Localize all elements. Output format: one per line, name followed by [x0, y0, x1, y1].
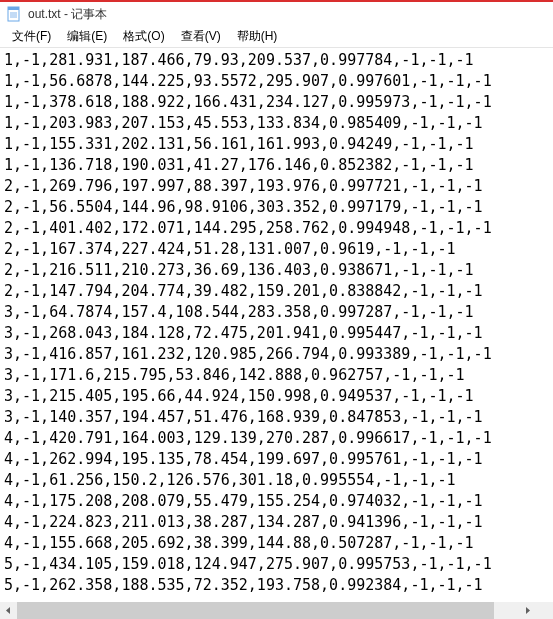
text-line: 4,-1,61.256,150.2,126.576,301.18,0.99555…: [4, 470, 549, 491]
scroll-track[interactable]: [17, 602, 519, 619]
text-line: 2,-1,401.402,172.071,144.295,258.762,0.9…: [4, 218, 549, 239]
menu-view[interactable]: 查看(V): [173, 26, 229, 47]
text-line: 2,-1,56.5504,144.96,98.9106,303.352,0.99…: [4, 197, 549, 218]
scroll-thumb[interactable]: [17, 602, 494, 619]
text-line: 5,-1,262.358,188.535,72.352,193.758,0.99…: [4, 575, 549, 596]
text-line: 2,-1,167.374,227.424,51.28,131.007,0.961…: [4, 239, 549, 260]
titlebar: out.txt - 记事本: [0, 0, 553, 26]
text-line: 2,-1,269.796,197.997,88.397,193.976,0.99…: [4, 176, 549, 197]
menu-format[interactable]: 格式(O): [115, 26, 172, 47]
text-line: 3,-1,215.405,195.66,44.924,150.998,0.949…: [4, 386, 549, 407]
text-line: 4,-1,224.823,211.013,38.287,134.287,0.94…: [4, 512, 549, 533]
text-line: 4,-1,420.791,164.003,129.139,270.287,0.9…: [4, 428, 549, 449]
svg-rect-1: [8, 7, 19, 10]
text-line: 3,-1,268.043,184.128,72.475,201.941,0.99…: [4, 323, 549, 344]
scroll-corner: [536, 602, 553, 619]
menu-edit[interactable]: 编辑(E): [59, 26, 115, 47]
text-line: 3,-1,140.357,194.457,51.476,168.939,0.84…: [4, 407, 549, 428]
text-line: 2,-1,216.511,210.273,36.69,136.403,0.938…: [4, 260, 549, 281]
text-line: 1,-1,281.931,187.466,79.93,209.537,0.997…: [4, 50, 549, 71]
horizontal-scrollbar[interactable]: [0, 602, 536, 619]
text-line: 4,-1,262.994,195.135,78.454,199.697,0.99…: [4, 449, 549, 470]
text-line: 1,-1,203.983,207.153,45.553,133.834,0.98…: [4, 113, 549, 134]
text-line: 5,-1,434.105,159.018,124.947,275.907,0.9…: [4, 554, 549, 575]
window-title: out.txt - 记事本: [28, 6, 107, 23]
notepad-icon: [6, 6, 22, 22]
scroll-right-button[interactable]: [519, 602, 536, 619]
text-line: 3,-1,171.6,215.795,53.846,142.888,0.9627…: [4, 365, 549, 386]
text-line: 4,-1,175.208,208.079,55.479,155.254,0.97…: [4, 491, 549, 512]
text-line: 1,-1,378.618,188.922,166.431,234.127,0.9…: [4, 92, 549, 113]
text-line: 1,-1,155.331,202.131,56.161,161.993,0.94…: [4, 134, 549, 155]
text-line: 1,-1,136.718,190.031,41.27,176.146,0.852…: [4, 155, 549, 176]
text-line: 4,-1,155.668,205.692,38.399,144.88,0.507…: [4, 533, 549, 554]
text-line: 2,-1,147.794,204.774,39.482,159.201,0.83…: [4, 281, 549, 302]
menu-file[interactable]: 文件(F): [4, 26, 59, 47]
text-line: 3,-1,64.7874,157.4,108.544,283.358,0.997…: [4, 302, 549, 323]
menubar: 文件(F) 编辑(E) 格式(O) 查看(V) 帮助(H): [0, 26, 553, 48]
text-line: 1,-1,56.6878,144.225,93.5572,295.907,0.9…: [4, 71, 549, 92]
scroll-left-button[interactable]: [0, 602, 17, 619]
menu-help[interactable]: 帮助(H): [229, 26, 286, 47]
text-line: 3,-1,416.857,161.232,120.985,266.794,0.9…: [4, 344, 549, 365]
text-area[interactable]: 1,-1,281.931,187.466,79.93,209.537,0.997…: [0, 48, 553, 598]
